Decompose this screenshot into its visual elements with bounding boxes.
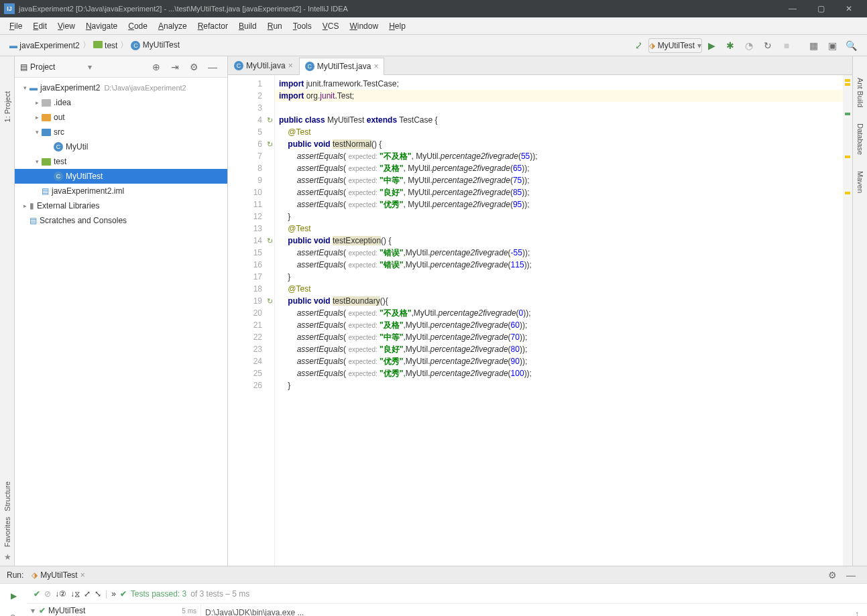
project-structure-icon[interactable]: ▦ bbox=[805, 38, 821, 54]
menu-analyze[interactable]: Analyze bbox=[153, 21, 192, 31]
tree-item[interactable]: ▾▬javaExperiment2D:\Java\javaExperiment2 bbox=[15, 80, 227, 95]
maximize-button[interactable]: ▢ bbox=[807, 0, 835, 17]
editor-tabs: CMyUtil.java×CMyUtilTest.java× bbox=[228, 56, 852, 75]
tree-item[interactable]: ▤javaExperiment2.iml bbox=[15, 184, 227, 198]
project-tree[interactable]: ▾▬javaExperiment2D:\Java\javaExperiment2… bbox=[15, 78, 227, 231]
tree-item[interactable]: CMyUtil bbox=[15, 139, 227, 154]
breadcrumb[interactable]: ▬ javaExperiment2〉 test〉C MyUtilTest bbox=[7, 40, 182, 51]
run-panel-label: Run: bbox=[7, 570, 23, 580]
menu-file[interactable]: File bbox=[4, 21, 27, 31]
editor-tab[interactable]: CMyUtil.java× bbox=[228, 57, 299, 74]
code-area[interactable]: import junit.framework.TestCase;import o… bbox=[275, 75, 843, 566]
tree-item[interactable]: ▸.idea bbox=[15, 95, 227, 110]
sort-duration-icon[interactable]: ↓⧖ bbox=[70, 589, 80, 599]
menu-help[interactable]: Help bbox=[384, 21, 411, 31]
close-window-button[interactable]: ✕ bbox=[835, 0, 863, 17]
search-everywhere-icon[interactable]: 🔍 bbox=[843, 38, 859, 54]
tree-item[interactable]: CMyUtilTest bbox=[15, 169, 227, 184]
output-toolbar: ↑ ↓ ⤶ ⤓ 🖶 🗑 bbox=[847, 604, 867, 616]
settings-icon[interactable]: ⚙ bbox=[186, 59, 202, 75]
close-tab-icon[interactable]: × bbox=[373, 62, 378, 71]
tests-passed-icon[interactable]: ✔ bbox=[34, 589, 40, 599]
titlebar: IJ javaExperiment2 [D:\Java\javaExperime… bbox=[0, 0, 867, 17]
sort-alpha-icon[interactable]: ↓② bbox=[55, 589, 66, 599]
project-panel: ▤ Project ▾ ⊕ ⇥ ⚙ — ▾▬javaExperiment2D:\… bbox=[15, 56, 228, 566]
maven-tool-button[interactable]: Maven bbox=[856, 171, 864, 193]
menu-tools[interactable]: Tools bbox=[288, 21, 317, 31]
breadcrumb-item[interactable]: C MyUtilTest bbox=[131, 40, 180, 50]
gutter[interactable]: 1234567891011121314151617181920212223242… bbox=[228, 75, 275, 566]
tree-item[interactable]: ▸▮External Libraries bbox=[15, 198, 227, 213]
menu-view[interactable]: View bbox=[52, 21, 80, 31]
scroll-from-source-icon[interactable]: ⊕ bbox=[148, 59, 164, 75]
tree-item[interactable]: ▾test bbox=[15, 154, 227, 169]
menu-run[interactable]: Run bbox=[262, 21, 288, 31]
test-tree-item[interactable]: ▾✔MyUtilTest5 ms bbox=[27, 604, 200, 616]
run-button[interactable]: ▶ bbox=[703, 38, 719, 54]
editor: CMyUtil.java×CMyUtilTest.java× 123456789… bbox=[228, 56, 852, 566]
right-tool-stripe: Ant Build Database Maven bbox=[852, 56, 867, 566]
menu-build[interactable]: Build bbox=[233, 21, 262, 31]
expand-all-icon[interactable]: ⤢ bbox=[84, 589, 91, 599]
breadcrumb-item[interactable]: ▬ javaExperiment2 bbox=[9, 41, 80, 50]
build-icon[interactable]: ⤦ bbox=[631, 38, 647, 54]
menu-navigate[interactable]: Navigate bbox=[80, 21, 123, 31]
project-view-icon: ▤ bbox=[20, 62, 27, 72]
window-title: javaExperiment2 [D:\Java\javaExperiment2… bbox=[19, 5, 778, 13]
hide-run-panel-icon[interactable]: — bbox=[843, 567, 859, 583]
tests-summary: Tests passed: 3 bbox=[131, 589, 186, 599]
structure-tool-button[interactable]: Structure bbox=[3, 481, 11, 511]
tree-item[interactable]: ▸out bbox=[15, 110, 227, 125]
scroll-up-icon[interactable]: ↑ bbox=[855, 609, 859, 616]
run-panel: Run: ⬗ MyUtilTest × ⚙ — ▶ ⟳ ↻ ■ 📷 ⤷ » ✔ … bbox=[0, 566, 867, 616]
run-side-toolbar: ▶ ⟳ ↻ ■ 📷 ⤷ » bbox=[0, 584, 27, 616]
database-tool-button[interactable]: Database bbox=[856, 123, 864, 155]
close-tab-icon[interactable]: × bbox=[288, 61, 293, 70]
test-tree[interactable]: ▾✔MyUtilTest5 ms✔testException4 ms✔testB… bbox=[27, 604, 201, 616]
run-settings-icon[interactable]: ⚙ bbox=[824, 567, 840, 583]
collapse-all-tests-icon[interactable]: ⤡ bbox=[95, 589, 101, 599]
hide-panel-icon[interactable]: — bbox=[205, 59, 221, 75]
rerun-button[interactable]: ▶ bbox=[5, 588, 21, 604]
tree-item[interactable]: ▾src bbox=[15, 125, 227, 139]
project-tool-button[interactable]: 1: Project bbox=[3, 91, 11, 122]
debug-button[interactable]: ✱ bbox=[722, 38, 738, 54]
test-output[interactable]: 20175318 D:\Java\JDK\bin\java.exe ...Pro… bbox=[201, 604, 847, 616]
intellij-icon: IJ bbox=[4, 3, 15, 14]
run-panel-target[interactable]: MyUtilTest bbox=[40, 570, 77, 580]
menu-vcs[interactable]: VCS bbox=[317, 21, 345, 31]
marker-stripe[interactable] bbox=[843, 75, 852, 566]
coverage-button[interactable]: ◔ bbox=[741, 38, 757, 54]
menu-window[interactable]: Window bbox=[344, 21, 384, 31]
project-panel-title[interactable]: Project bbox=[30, 62, 85, 72]
menu-edit[interactable]: Edit bbox=[27, 21, 52, 31]
minimize-button[interactable]: — bbox=[778, 0, 807, 17]
nav-toolbar: ▬ javaExperiment2〉 test〉C MyUtilTest ⤦ ⬗… bbox=[0, 35, 867, 56]
ide-settings-icon[interactable]: ▣ bbox=[824, 38, 840, 54]
tests-ignored-icon[interactable]: ⊘ bbox=[44, 589, 51, 599]
favorites-tool-button[interactable]: Favorites bbox=[3, 517, 11, 547]
menubar: FileEditViewNavigateCodeAnalyzeRefactorB… bbox=[0, 17, 867, 35]
toggle-autotest-icon[interactable]: ⟳ bbox=[5, 609, 21, 616]
profile-button[interactable]: ↻ bbox=[760, 38, 776, 54]
stop-button[interactable]: ■ bbox=[778, 38, 795, 54]
tree-item[interactable]: ▤Scratches and Consoles bbox=[15, 213, 227, 228]
breadcrumb-item[interactable]: test bbox=[93, 41, 118, 50]
ant-build-tool-button[interactable]: Ant Build bbox=[856, 78, 864, 107]
menu-refactor[interactable]: Refactor bbox=[192, 21, 233, 31]
run-config-dropdown[interactable]: ⬗ MyUtilTest ▾ bbox=[648, 38, 702, 53]
collapse-all-icon[interactable]: ⇥ bbox=[167, 59, 183, 75]
editor-tab[interactable]: CMyUtilTest.java× bbox=[299, 58, 385, 75]
run-config-label: MyUtilTest bbox=[658, 41, 695, 50]
menu-code[interactable]: Code bbox=[123, 21, 153, 31]
